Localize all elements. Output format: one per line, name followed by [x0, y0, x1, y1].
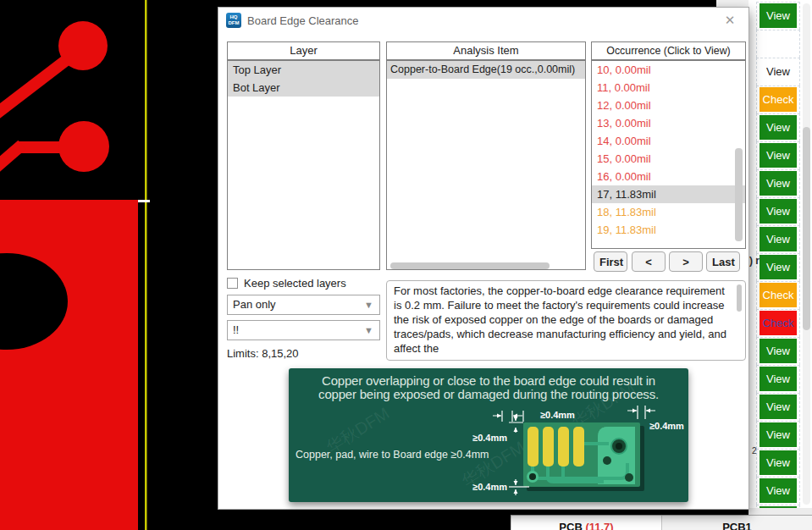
severity-filter-value: !! [233, 323, 239, 336]
view-button[interactable]: View [760, 171, 797, 196]
occurrence-item[interactable]: 18, 11.83mil [592, 203, 745, 221]
view-button[interactable]: View [760, 227, 797, 251]
svg-text:≥0.4mm: ≥0.4mm [649, 421, 684, 431]
view-button[interactable]: View [760, 255, 797, 279]
occurrence-item[interactable]: 19, 11.83mil [592, 221, 745, 239]
analysis-item-column-header: Analysis Item [386, 41, 586, 60]
result-row-cell[interactable]: Check [756, 281, 800, 309]
dialog-title: Board Edge Clearance [247, 14, 359, 27]
description-scrollbar-thumb[interactable] [737, 284, 742, 312]
result-row-cell[interactable]: View [756, 113, 800, 141]
limits-label: Limits: 8,15,20 [227, 347, 299, 360]
bottom-tab-bar: PCB (11.7) PCB1 [511, 515, 812, 530]
analysis-item-list: Copper-to-Board Edge(19 occ.,0.00mil) [386, 60, 586, 270]
occurrence-item[interactable]: 12, 0.00mil [592, 97, 745, 114]
result-row-cell[interactable]: Check [756, 86, 800, 113]
hqdfm-logo-icon: HQDFM [226, 13, 241, 28]
view-button[interactable]: View [760, 367, 797, 391]
view-button[interactable]: View [760, 478, 797, 503]
result-row-cell[interactable]: View [756, 141, 800, 169]
result-row-cell[interactable]: View [756, 58, 800, 86]
result-row-cell[interactable]: View [756, 169, 800, 197]
board-edge-clearance-dialog: HQDFM Board Edge Clearance ✕ Layer Top L… [218, 7, 749, 510]
tab-label: PCB [559, 521, 585, 530]
view-button[interactable]: View [760, 395, 797, 419]
result-row-cell[interactable]: View [756, 365, 800, 393]
occurrence-list: 10, 0.00mil11, 0.00mil12, 0.00mil13, 0.0… [591, 60, 746, 249]
svg-text:≥0.4mm: ≥0.4mm [472, 482, 507, 492]
action-button-list: ViewViewCheckViewViewViewViewViewViewChe… [756, 2, 800, 510]
severity-filter-select[interactable]: !! ▼ [227, 320, 380, 340]
tab-score: (11.7) [585, 521, 613, 530]
mini-board-figure: ≥0.4mm ≥0.4mm ≥0.4mm ≥0.4mm [289, 368, 688, 502]
result-row-cell[interactable]: View [756, 477, 800, 505]
keep-selected-layers-row: Keep selected layers [227, 277, 346, 290]
chevron-down-icon: ▼ [364, 321, 373, 340]
results-scrollbar[interactable] [803, 3, 810, 505]
layer-column-header: Layer [227, 41, 380, 60]
occurrence-item[interactable]: 15, 0.00mil [592, 150, 745, 168]
first-button[interactable]: First [594, 251, 627, 272]
result-row-cell[interactable]: View [756, 225, 800, 253]
pan-mode-value: Pan only [233, 298, 276, 311]
occurrence-item[interactable]: 10, 0.00mil [592, 61, 745, 79]
view-button[interactable]: View [760, 143, 797, 168]
svg-text:≥0.4mm: ≥0.4mm [540, 410, 575, 420]
pad [58, 121, 109, 172]
close-icon[interactable]: ✕ [721, 12, 738, 29]
view-button[interactable]: View [760, 115, 797, 140]
result-row-cell[interactable]: View [756, 2, 800, 30]
copper-pour [0, 200, 138, 530]
occurrence-item[interactable]: 14, 0.00mil [592, 132, 745, 150]
view-button[interactable]: View [760, 339, 797, 363]
clearance-illustration: 华秋DFM 华秋DFM 华秋DFM Copper overlapping or … [289, 368, 688, 502]
view-button[interactable]: View [760, 199, 797, 224]
vertical-scrollbar-thumb[interactable] [735, 148, 743, 241]
occurrence-item[interactable]: 16, 0.00mil [592, 168, 745, 185]
svg-text:≥0.4mm: ≥0.4mm [472, 433, 507, 443]
pad [58, 21, 108, 70]
analysis-item[interactable]: Copper-to-Board Edge(19 occ.,0.00mil) [387, 61, 585, 79]
check-button[interactable]: Check [760, 283, 797, 307]
occurrence-item[interactable]: 11, 0.00mil [592, 79, 745, 97]
screen: { "dialog": { "title": "Board Edge Clear… [0, 0, 812, 530]
pcb-canvas[interactable] [0, 0, 218, 530]
last-button[interactable]: Last [706, 251, 740, 272]
pan-mode-select[interactable]: Pan only ▼ [227, 295, 380, 315]
result-row-cell[interactable]: View [756, 337, 800, 365]
result-row-cell[interactable]: View [756, 393, 800, 421]
view-button[interactable]: View [760, 3, 797, 28]
tab-pcb-score[interactable]: PCB (11.7) [511, 516, 662, 530]
result-row-cell [756, 30, 800, 58]
result-row-cell[interactable]: View [756, 421, 800, 449]
occurrence-item[interactable]: 13, 0.00mil [592, 114, 745, 132]
rule-description-text: For most factories, the copper-to-board … [386, 280, 746, 361]
check-button[interactable]: Check [760, 311, 797, 335]
next-button[interactable]: > [669, 251, 703, 272]
view-button[interactable]: View [760, 450, 797, 475]
tab-pcb1[interactable]: PCB1 [662, 516, 812, 530]
layer-item[interactable]: Top Layer [228, 61, 379, 79]
chevron-down-icon: ▼ [364, 295, 373, 314]
board-outline [145, 0, 147, 530]
view-button[interactable]: View [760, 59, 797, 84]
result-row-cell[interactable]: View [756, 253, 800, 281]
view-button[interactable]: View [760, 422, 797, 447]
result-row-cell[interactable]: View [756, 449, 800, 477]
edge-marker [138, 200, 150, 202]
result-row-cell[interactable]: Check [756, 309, 800, 337]
check-button[interactable]: Check [760, 87, 797, 112]
occluded-text-fragment: ) r [749, 255, 760, 267]
keep-selected-layers-label: Keep selected layers [244, 277, 346, 290]
layer-list: Top LayerBot Layer [227, 60, 380, 270]
keep-selected-layers-checkbox[interactable] [227, 278, 238, 289]
occurrence-item[interactable]: 17, 11.83mil [592, 185, 745, 203]
occurrence-column-header: Occurrence (Click to View) [591, 41, 746, 60]
layer-item[interactable]: Bot Layer [228, 79, 379, 97]
horizontal-scrollbar-thumb[interactable] [390, 262, 550, 269]
results-scrollbar-thumb[interactable] [803, 127, 810, 330]
dialog-title-bar[interactable]: HQDFM Board Edge Clearance ✕ [218, 8, 748, 33]
trace [0, 145, 22, 171]
result-row-cell[interactable]: View [756, 197, 800, 225]
previous-button[interactable]: < [632, 251, 666, 272]
